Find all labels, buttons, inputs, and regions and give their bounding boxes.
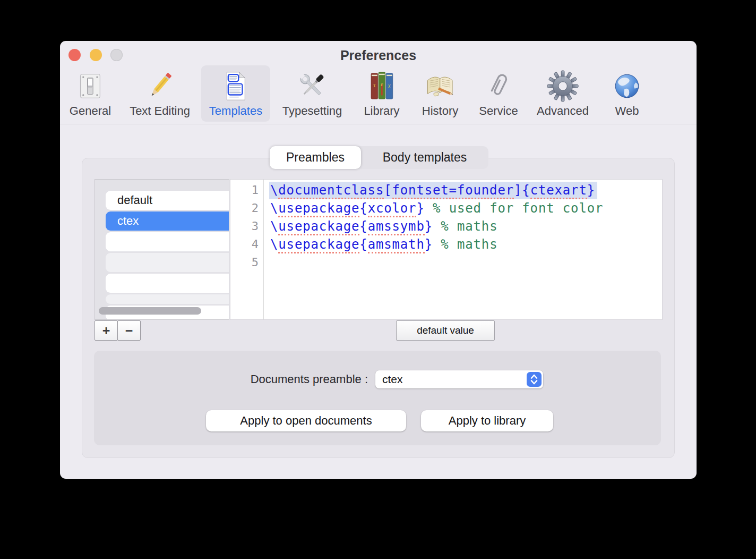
code-command: \ bbox=[270, 237, 278, 252]
toolbar-item-templates[interactable]: Templates bbox=[201, 65, 270, 122]
preamble-select[interactable]: ctex bbox=[375, 370, 543, 388]
code-lines[interactable]: \documentclass[fontset=founder]{ctexart}… bbox=[264, 180, 662, 319]
documents-preamble-label: Documents preamble : bbox=[94, 372, 368, 386]
code-line[interactable]: \documentclass[fontset=founder]{ctexart} bbox=[270, 181, 662, 199]
code-command: \ bbox=[270, 183, 278, 198]
light-switch-icon bbox=[74, 70, 107, 103]
code-comment: % maths bbox=[433, 219, 497, 234]
desktop-background: Preferences General bbox=[0, 0, 756, 559]
window-title: Preferences bbox=[60, 48, 697, 63]
toolbar-item-advanced[interactable]: Advanced bbox=[529, 65, 597, 122]
list-row-empty bbox=[106, 274, 229, 293]
list-row-empty bbox=[106, 232, 229, 251]
toolbar-item-label: Advanced bbox=[537, 104, 589, 118]
preferences-window: Preferences General bbox=[60, 41, 697, 479]
code-command: { bbox=[359, 219, 367, 234]
code-comment: % maths bbox=[433, 237, 497, 252]
code-command: } bbox=[425, 219, 433, 234]
code-line[interactable]: \usepackage{xcolor} % used for font colo… bbox=[270, 199, 662, 217]
toolbar-item-label: Web bbox=[615, 104, 639, 118]
tab-preambles[interactable]: Preambles bbox=[270, 146, 361, 169]
code-command: } bbox=[416, 201, 424, 216]
code-command: fontset=founder bbox=[392, 183, 514, 199]
code-command: amssymb bbox=[368, 219, 425, 235]
list-item-ctex[interactable]: ctex bbox=[106, 211, 229, 231]
line-number: 1 bbox=[230, 181, 263, 199]
remove-template-button[interactable]: − bbox=[117, 320, 141, 341]
toolbar-item-label: History bbox=[422, 104, 458, 118]
template-list: default ctex bbox=[94, 179, 229, 320]
code-command: documentclass bbox=[278, 183, 384, 199]
toolbar-item-typesetting[interactable]: Typesetting bbox=[274, 65, 350, 122]
code-command: usepackage bbox=[278, 219, 359, 235]
line-number: 2 bbox=[230, 199, 263, 217]
code-command: } bbox=[425, 237, 433, 252]
code-command: { bbox=[359, 237, 367, 252]
toolbar-item-label: Typesetting bbox=[282, 104, 342, 118]
documents-preamble-panel: Documents preamble : ctex Apply to open … bbox=[94, 351, 661, 445]
pencil-icon bbox=[143, 70, 176, 103]
gear-icon bbox=[546, 70, 579, 103]
tools-icon bbox=[296, 70, 329, 103]
list-row-empty bbox=[106, 294, 229, 304]
toolbar-item-general[interactable]: General bbox=[62, 65, 119, 122]
code-command: ]{ bbox=[514, 183, 530, 198]
toolbar-item-service[interactable]: Service bbox=[471, 65, 526, 122]
list-item-default[interactable]: default bbox=[106, 191, 229, 210]
preamble-editor[interactable]: 12345 \documentclass[fontset=founder]{ct… bbox=[230, 179, 663, 320]
tab-body-templates[interactable]: Body templates bbox=[361, 146, 488, 169]
code-command: } bbox=[587, 183, 595, 198]
books-icon: τ ε χ bbox=[365, 70, 398, 103]
toolbar-item-history[interactable]: History bbox=[414, 65, 466, 122]
code-line[interactable]: \usepackage{amssymb} % maths bbox=[270, 217, 662, 235]
preamble-select-value: ctex bbox=[382, 370, 403, 388]
toolbar-item-label: Templates bbox=[209, 104, 262, 118]
toolbar-item-label: Service bbox=[479, 104, 518, 118]
selected-line-highlight: \documentclass[fontset=founder]{ctexart} bbox=[269, 182, 597, 199]
code-command: [ bbox=[384, 183, 392, 198]
code-command: usepackage bbox=[278, 237, 359, 253]
tab-bar: Preambles Body templates bbox=[270, 146, 488, 169]
add-template-button[interactable]: + bbox=[94, 320, 118, 341]
line-number-gutter: 12345 bbox=[230, 180, 264, 319]
toolbar-item-web[interactable]: Web bbox=[603, 65, 651, 122]
code-command: { bbox=[359, 201, 367, 216]
svg-text:τ: τ bbox=[373, 82, 376, 88]
code-command: \ bbox=[270, 201, 278, 216]
toolbar-item-library[interactable]: τ ε χ Library bbox=[356, 65, 407, 122]
apply-to-library-button[interactable]: Apply to library bbox=[421, 410, 553, 431]
open-book-icon bbox=[424, 70, 457, 103]
svg-text:ε: ε bbox=[381, 81, 383, 87]
toolbar-item-label: Library bbox=[364, 104, 399, 118]
list-row-empty bbox=[106, 253, 229, 272]
toolbar-item-text-editing[interactable]: Text Editing bbox=[122, 65, 198, 122]
code-command: \ bbox=[270, 219, 278, 234]
toolbar-item-label: General bbox=[70, 104, 111, 118]
default-value-button[interactable]: default value bbox=[396, 320, 495, 341]
line-number: 4 bbox=[230, 235, 263, 253]
code-line[interactable] bbox=[270, 253, 662, 272]
code-command: xcolor bbox=[368, 201, 417, 217]
svg-text:χ: χ bbox=[388, 82, 391, 88]
code-comment: % used for font color bbox=[425, 201, 604, 216]
line-number: 3 bbox=[230, 217, 263, 235]
list-edit-buttons: + − bbox=[94, 320, 141, 341]
code-line[interactable]: \usepackage{amsmath} % maths bbox=[270, 235, 662, 253]
toolbar-item-label: Text Editing bbox=[130, 104, 190, 118]
document-icon bbox=[219, 70, 252, 103]
line-number: 5 bbox=[230, 253, 263, 272]
chevron-up-down-icon bbox=[527, 372, 542, 387]
code-command: usepackage bbox=[278, 201, 359, 217]
code-command: amsmath bbox=[368, 237, 425, 253]
globe-icon bbox=[611, 70, 643, 103]
toolbar-divider bbox=[60, 124, 697, 124]
horizontal-scrollbar[interactable] bbox=[99, 307, 201, 315]
paperclip-icon bbox=[482, 70, 515, 103]
apply-to-open-documents-button[interactable]: Apply to open documents bbox=[206, 410, 406, 431]
code-command: ctexart bbox=[530, 183, 587, 199]
